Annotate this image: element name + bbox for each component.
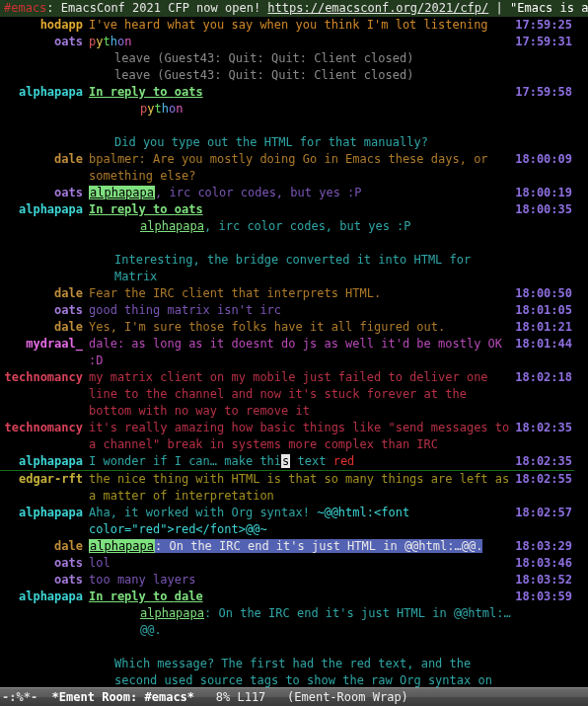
message-body: In reply to oats	[89, 201, 515, 218]
timestamp: 18:02:35	[515, 453, 574, 470]
chat-row: daleYes, I'm sure those folks have it al…	[0, 319, 574, 336]
nick: alphapapa	[0, 201, 89, 218]
reply-target[interactable]: oats	[175, 202, 203, 216]
chat-row: oatsalphapapa, irc color codes, but yes …	[0, 185, 574, 201]
chat-row: leave (Guest43: Quit: Quit: Client close…	[0, 50, 574, 67]
nick: dale	[0, 151, 89, 168]
timestamp: 18:02:55	[515, 471, 574, 488]
timestamp: 18:00:09	[515, 151, 574, 168]
mention-pill[interactable]: alphapapa	[89, 539, 155, 553]
message-body: lol	[89, 555, 515, 572]
reply-link[interactable]: In reply to	[89, 202, 175, 216]
nick: technomancy	[0, 420, 89, 436]
text-cursor: s	[281, 454, 290, 468]
timestamp: 18:00:50	[515, 285, 574, 302]
chat-row: alphapapaIn reply to oats17:59:58	[0, 84, 574, 101]
chat-row: alphapapaI wonder if I can… make this te…	[0, 453, 574, 470]
nick: alphapapa	[0, 505, 89, 521]
message-body: alphapapa: On the IRC end it's just HTML…	[89, 538, 515, 555]
nick: dale	[0, 538, 89, 555]
nick: hodapp	[0, 17, 89, 34]
reply-link[interactable]: In reply to	[89, 85, 175, 99]
chat-log: hodappI've heard what you say when you t…	[0, 17, 574, 688]
message-body: python	[89, 34, 515, 50]
mention-pill[interactable]: alphapapa	[89, 186, 155, 199]
message-body: Aha, it worked with Org syntax! ~@@html:…	[89, 505, 515, 538]
chat-row: technomancymy matrix client on my mobile…	[0, 369, 574, 420]
emacs-ement-room: { "header": { "channel": "#emacs", "sep1…	[0, 0, 588, 706]
chat-row: oatstoo many layers18:03:52	[0, 572, 574, 588]
message-body: Interesting, the bridge converted it int…	[89, 252, 515, 285]
reply-target[interactable]: dale	[175, 589, 203, 603]
chat-row: alphapapaIn reply to dale18:03:59	[0, 588, 574, 605]
message-body: my matrix client on my mobile just faile…	[89, 369, 515, 420]
message-body: alphapapa, irc color codes, but yes :P	[89, 218, 515, 235]
chat-row: hodappI've heard what you say when you t…	[0, 17, 574, 34]
chat-row: alphapapa: On the IRC end it's just HTML…	[0, 605, 574, 639]
chat-row: alphapapaIn reply to oats18:00:35	[0, 201, 574, 218]
message-body: python	[89, 101, 515, 118]
message-body: Did you type out the HTML for that manua…	[89, 134, 515, 151]
message-body: good thing matrix isn't irc	[89, 302, 515, 319]
nick: oats	[0, 572, 89, 588]
header-url[interactable]: https://emacsconf.org/2021/cfp/	[267, 1, 488, 15]
message-body: In reply to dale	[89, 588, 515, 605]
chat-row: alphapapaAha, it worked with Org syntax!…	[0, 505, 574, 538]
message-body: bpalmer: Are you mostly doing Go in Emac…	[89, 151, 515, 185]
timestamp: 18:02:57	[515, 505, 574, 521]
chat-row: technomancyit's really amazing how basic…	[0, 420, 574, 453]
chat-row: daleFear the IRC client that interprets …	[0, 285, 574, 302]
timestamp: 18:02:18	[515, 369, 574, 386]
nick: alphapapa	[0, 453, 89, 470]
message-body: alphapapa, irc color codes, but yes :P	[89, 185, 515, 201]
timestamp: 18:03:46	[515, 555, 574, 572]
timestamp: 17:59:31	[515, 34, 574, 50]
nick: oats	[0, 555, 89, 572]
timestamp: 18:03:29	[515, 538, 574, 555]
reply-target[interactable]: oats	[175, 85, 203, 99]
inline-nick-link[interactable]: alphapapa	[140, 606, 204, 620]
timestamp: 18:02:35	[515, 420, 574, 436]
message-body: alphapapa: On the IRC end it's just HTML…	[89, 605, 515, 639]
nick: dale	[0, 285, 89, 302]
timestamp: 18:01:05	[515, 302, 574, 319]
timestamp: 18:00:35	[515, 201, 574, 218]
chat-row: python	[0, 101, 574, 118]
message-body: I wonder if I can… make this text red	[89, 453, 515, 470]
reply-link[interactable]: In reply to	[89, 589, 175, 603]
nick: oats	[0, 302, 89, 319]
nick: alphapapa	[0, 588, 89, 605]
message-body: dale: as long as it doesnt do js as well…	[89, 336, 515, 369]
header-topic: #emacs: EmacsConf 2021 CFP now open! htt…	[0, 0, 588, 17]
chat-row: dalealphapapa: On the IRC end it's just …	[0, 538, 574, 555]
timestamp: 17:59:58	[515, 84, 574, 101]
message-body: Which message? The first had the red tex…	[89, 656, 515, 688]
message-body: Yes, I'm sure those folks have it all fi…	[89, 319, 515, 336]
timestamp: 17:59:25	[515, 17, 574, 34]
nick: oats	[0, 34, 89, 50]
timestamp: 18:01:44	[515, 336, 574, 353]
chat-scroll[interactable]: hodappI've heard what you say when you t…	[0, 17, 588, 688]
nick: edgar-rft	[0, 471, 89, 488]
message-body: I've heard what you say when you think I…	[89, 17, 515, 34]
nick: technomancy	[0, 369, 89, 386]
modeline: -:%*- *Ement Room: #emacs* 8% L117 (Emen…	[0, 687, 588, 706]
chat-row: Interesting, the bridge converted it int…	[0, 252, 574, 285]
message-body: leave (Guest43: Quit: Quit: Client close…	[89, 50, 515, 67]
message-body: it's really amazing how basic things lik…	[89, 420, 515, 453]
message-body: the nice thing with HTML is that so many…	[89, 471, 515, 505]
python-rainbow: python	[140, 102, 183, 116]
message-body: Fear the IRC client that interprets HTML…	[89, 285, 515, 302]
chat-row: oatslol18:03:46	[0, 555, 574, 572]
chat-row: leave (Guest43: Quit: Quit: Client close…	[0, 67, 574, 84]
header-channel: #emacs	[4, 1, 46, 15]
inline-nick-link[interactable]: alphapapa	[140, 219, 204, 233]
nick: alphapapa	[0, 84, 89, 101]
chat-row: edgar-rftthe nice thing with HTML is tha…	[0, 471, 574, 505]
message-body: leave (Guest43: Quit: Quit: Client close…	[89, 67, 515, 84]
message-body: too many layers	[89, 572, 515, 588]
chat-row: Which message? The first had the red tex…	[0, 656, 574, 688]
chat-row: oatspython17:59:31	[0, 34, 574, 50]
nick: dale	[0, 319, 89, 336]
modeline-position: L117	[237, 689, 265, 706]
